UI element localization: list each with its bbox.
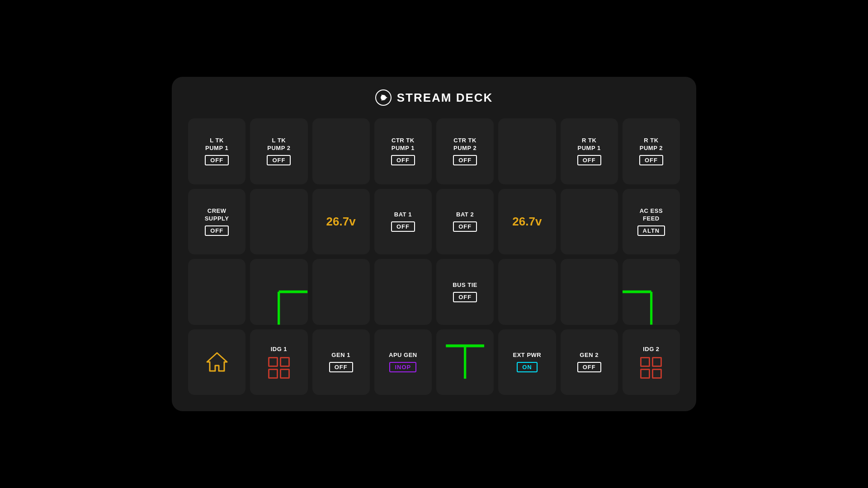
btn-status-r1c8: OFF bbox=[639, 155, 663, 165]
btn-status-r1c5: OFF bbox=[453, 155, 477, 165]
btn-status-r2c1: OFF bbox=[205, 225, 229, 236]
btn-label-r2c5: BAT 2 bbox=[456, 211, 474, 219]
voltage-r2c6: 26.7v bbox=[512, 215, 542, 229]
button-r3c2[interactable] bbox=[250, 259, 307, 325]
button-r1c5[interactable]: CTR TKPUMP 2 OFF bbox=[436, 118, 494, 184]
button-r1c4[interactable]: CTR TKPUMP 1 OFF bbox=[374, 118, 432, 184]
btn-status-r4c7: OFF bbox=[577, 362, 601, 372]
button-r2c2[interactable] bbox=[250, 189, 307, 255]
button-r1c3[interactable] bbox=[312, 118, 370, 184]
button-r1c2[interactable]: L TKPUMP 2 OFF bbox=[250, 118, 307, 184]
button-r1c1[interactable]: L TKPUMP 1 OFF bbox=[188, 118, 245, 184]
corner-left-svg bbox=[250, 259, 307, 325]
button-r2c3[interactable]: 26.7v bbox=[312, 189, 370, 255]
btn-status-r2c8: ALTN bbox=[637, 225, 665, 236]
btn-label-r3c5: BUS TIE bbox=[453, 282, 477, 289]
button-r2c5[interactable]: BAT 2 OFF bbox=[436, 189, 494, 255]
btn-label-r1c1: L TKPUMP 1 bbox=[205, 137, 228, 152]
btn-status-r1c7: OFF bbox=[577, 155, 601, 165]
button-r4c7[interactable]: GEN 2 OFF bbox=[561, 329, 618, 395]
voltage-r2c3: 26.7v bbox=[326, 215, 356, 229]
button-grid: L TKPUMP 1 OFF L TKPUMP 2 OFF CTR TKPUMP… bbox=[188, 118, 680, 395]
btn-label-r1c4: CTR TKPUMP 1 bbox=[392, 137, 415, 152]
btn-label-r1c7: R TKPUMP 1 bbox=[578, 137, 601, 152]
btn-label-r4c3: GEN 1 bbox=[331, 352, 350, 359]
btn-label-r4c6: EXT PWR bbox=[513, 352, 542, 359]
btn-label-r1c2: L TKPUMP 2 bbox=[267, 137, 290, 152]
streamdeck-logo bbox=[375, 89, 392, 106]
button-r2c6[interactable]: 26.7v bbox=[498, 189, 556, 255]
button-r4c5[interactable] bbox=[436, 329, 494, 395]
btn-label-r1c5: CTR TKPUMP 2 bbox=[453, 137, 476, 152]
button-r4c3[interactable]: GEN 1 OFF bbox=[312, 329, 370, 395]
btn-status-r4c6: ON bbox=[517, 362, 538, 372]
btn-status-r1c1: OFF bbox=[205, 155, 229, 165]
button-r2c8[interactable]: AC ESSFEED ALTN bbox=[623, 189, 680, 255]
btn-status-r2c5: OFF bbox=[453, 221, 477, 232]
button-r3c5[interactable]: BUS TIE OFF bbox=[436, 259, 494, 325]
button-r2c1[interactable]: CREWSUPPLY OFF bbox=[188, 189, 245, 255]
svg-marker-7 bbox=[207, 353, 227, 371]
button-r4c8[interactable]: IDG 2 bbox=[623, 329, 680, 395]
btn-status-r4c3: OFF bbox=[329, 362, 353, 372]
button-r2c4[interactable]: BAT 1 OFF bbox=[374, 189, 432, 255]
button-r2c7[interactable] bbox=[561, 189, 618, 255]
button-r4c2[interactable]: IDG 1 bbox=[250, 329, 307, 395]
idg-icon-r4c2 bbox=[268, 357, 290, 379]
tshape-svg bbox=[436, 329, 494, 395]
btn-label-r4c7: GEN 2 bbox=[580, 352, 599, 359]
button-r3c8[interactable] bbox=[623, 259, 680, 325]
button-r1c8[interactable]: R TKPUMP 2 OFF bbox=[623, 118, 680, 184]
button-r3c1[interactable] bbox=[188, 259, 245, 325]
btn-status-r2c4: OFF bbox=[391, 221, 415, 232]
button-r3c3[interactable] bbox=[312, 259, 370, 325]
btn-label-r4c4: APU GEN bbox=[389, 352, 417, 359]
btn-label-r2c8: AC ESSFEED bbox=[640, 207, 663, 223]
button-r3c6[interactable] bbox=[498, 259, 556, 325]
btn-label-r2c1: CREWSUPPLY bbox=[205, 207, 229, 223]
btn-status-r3c5: OFF bbox=[453, 292, 477, 302]
idg-label-r4c8: IDG 2 bbox=[643, 346, 659, 353]
btn-status-r1c2: OFF bbox=[267, 155, 291, 165]
button-r4c4[interactable]: APU GEN INOP bbox=[374, 329, 432, 395]
btn-status-r4c4: INOP bbox=[389, 362, 416, 372]
button-r4c6[interactable]: EXT PWR ON bbox=[498, 329, 556, 395]
button-r4c1[interactable] bbox=[188, 329, 245, 395]
idg-icon-r4c8 bbox=[640, 357, 662, 379]
button-r3c4[interactable] bbox=[374, 259, 432, 325]
main-panel: STREAM DECK L TKPUMP 1 OFF L TKPUMP 2 OF… bbox=[172, 77, 696, 411]
btn-status-r1c4: OFF bbox=[391, 155, 415, 165]
btn-label-r1c8: R TKPUMP 2 bbox=[640, 137, 663, 152]
app-title: STREAM DECK bbox=[397, 91, 493, 105]
btn-label-r2c4: BAT 1 bbox=[394, 211, 412, 219]
button-r3c7[interactable] bbox=[561, 259, 618, 325]
header: STREAM DECK bbox=[375, 89, 493, 106]
button-r1c6[interactable] bbox=[498, 118, 556, 184]
home-icon bbox=[205, 350, 229, 374]
idg-label-r4c2: IDG 1 bbox=[271, 346, 287, 353]
button-r1c7[interactable]: R TKPUMP 1 OFF bbox=[561, 118, 618, 184]
corner-right-svg bbox=[623, 259, 680, 325]
